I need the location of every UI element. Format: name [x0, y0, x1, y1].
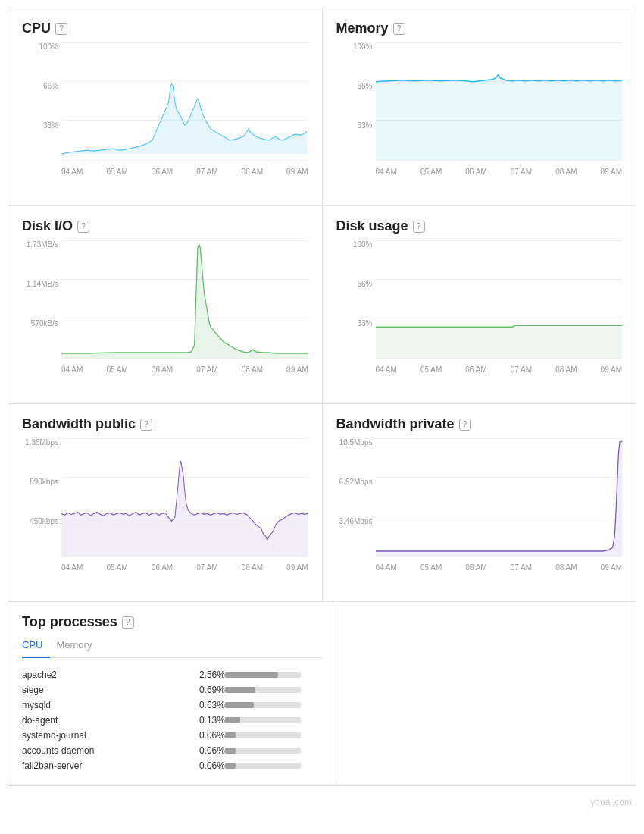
process-pct: 0.06%: [177, 728, 225, 743]
bw-private-svg: [376, 438, 623, 556]
bw-public-y-0: 1.35Mbps: [25, 438, 58, 447]
cpu-x-2: 06 AM: [152, 168, 173, 176]
bw-private-y-1: 6.92Mbps: [339, 478, 373, 486]
disk-io-title: Disk I/O: [22, 218, 73, 234]
process-bar: [225, 758, 322, 773]
bw-private-y-0: 10.5Mbps: [339, 438, 373, 447]
empty-panel: [336, 602, 636, 785]
cpu-help-icon[interactable]: ?: [55, 23, 67, 35]
bandwidth-public-panel: Bandwidth public ? 1.35Mbps 890kbps 450k…: [8, 404, 323, 601]
memory-y-2: 33%: [357, 121, 372, 130]
cpu-x-labels: 04 AM 05 AM 06 AM 07 AM 08 AM 09 AM: [61, 164, 308, 179]
cpu-chart-inner: [61, 42, 308, 161]
disk-io-y-2: 570kB/s: [31, 319, 58, 328]
bw-private-help-icon[interactable]: ?: [459, 419, 471, 431]
process-bar: [225, 743, 322, 758]
row-bandwidth: Bandwidth public ? 1.35Mbps 890kbps 450k…: [8, 403, 636, 601]
top-processes-tabs: CPU Memory: [22, 636, 322, 658]
tab-memory[interactable]: Memory: [56, 636, 99, 658]
disk-io-chart: 1.73MB/s 1.14MB/s 570kB/s: [22, 240, 308, 377]
cpu-chart: 100% 66% 33% 04 AM: [22, 42, 308, 179]
disk-usage-x-labels: 04 AM 05 AM 06 AM 07 AM 08 AM 09 AM: [376, 362, 623, 377]
process-name: accounts-daemon: [22, 743, 177, 758]
disk-usage-chart-inner: [376, 240, 623, 359]
bandwidth-private-panel: Bandwidth private ? 10.5Mbps 6.92Mbps 3.…: [323, 404, 636, 601]
process-pct: 0.69%: [177, 682, 225, 698]
cpu-y-label-1: 66%: [43, 82, 58, 90]
cpu-svg: [61, 42, 308, 160]
cpu-panel: CPU ? 100% 66% 33%: [8, 8, 323, 205]
process-name: fail2ban-server: [22, 758, 177, 773]
process-pct: 0.63%: [177, 698, 225, 713]
cpu-x-1: 05 AM: [106, 168, 127, 176]
process-pct: 0.13%: [177, 713, 225, 728]
process-table: apache2 2.56% siege 0.69%: [22, 667, 322, 773]
process-name: systemd-journal: [22, 728, 177, 743]
disk-io-y-1: 1.14MB/s: [27, 280, 58, 288]
bw-public-y-2: 450kbps: [30, 517, 58, 525]
table-row: mysqld 0.63%: [22, 698, 322, 713]
disk-usage-y-1: 66%: [357, 280, 372, 288]
bw-private-y-2: 3.46Mbps: [339, 517, 373, 525]
process-name: apache2: [22, 667, 177, 682]
cpu-x-3: 07 AM: [196, 168, 217, 176]
process-bar: [225, 728, 322, 743]
memory-svg: [376, 42, 623, 160]
table-row: siege 0.69%: [22, 682, 322, 698]
table-row: systemd-journal 0.06%: [22, 728, 322, 743]
cpu-y-label-0: 100%: [39, 42, 58, 51]
memory-chart-inner: [376, 42, 623, 161]
table-row: fail2ban-server 0.06%: [22, 758, 322, 773]
disk-usage-y-labels: 100% 66% 33%: [336, 240, 376, 359]
table-row: accounts-daemon 0.06%: [22, 743, 322, 758]
bw-public-help-icon[interactable]: ?: [140, 419, 152, 431]
disk-io-x-labels: 04 AM 05 AM 06 AM 07 AM 08 AM 09 AM: [61, 362, 308, 377]
disk-io-panel: Disk I/O ? 1.73MB/s 1.14MB/s 570kB/s: [8, 206, 323, 403]
cpu-x-4: 08 AM: [242, 168, 263, 176]
bw-public-chart: 1.35Mbps 890kbps 450kbps: [22, 438, 308, 575]
cpu-y-label-2: 33%: [43, 121, 58, 130]
bw-private-title-row: Bandwidth private ?: [336, 416, 623, 432]
process-name: siege: [22, 682, 177, 698]
bw-private-title: Bandwidth private: [336, 416, 455, 432]
cpu-y-labels: 100% 66% 33%: [22, 42, 61, 161]
memory-title-row: Memory ?: [336, 20, 623, 36]
dashboard: CPU ? 100% 66% 33%: [0, 0, 644, 794]
process-pct: 0.06%: [177, 743, 225, 758]
disk-usage-help-icon[interactable]: ?: [413, 221, 425, 233]
disk-usage-svg: [376, 240, 623, 358]
row-cpu-memory: CPU ? 100% 66% 33%: [8, 8, 636, 205]
top-processes-help-icon[interactable]: ?: [122, 616, 134, 629]
process-bar: [225, 713, 322, 728]
bw-public-title: Bandwidth public: [22, 416, 136, 432]
cpu-title: CPU: [22, 20, 51, 36]
disk-usage-title-row: Disk usage ?: [336, 218, 623, 234]
bw-private-chart-inner: [376, 438, 623, 557]
process-name: do-agent: [22, 713, 177, 728]
bw-private-chart: 10.5Mbps 6.92Mbps 3.46Mbps: [336, 438, 623, 575]
top-processes-title: Top processes: [22, 614, 117, 630]
cpu-x-5: 09 AM: [286, 168, 308, 176]
bw-public-svg: [61, 438, 308, 556]
watermark: youal.com: [0, 794, 644, 810]
disk-usage-y-2: 33%: [357, 319, 372, 328]
process-bar: [225, 667, 322, 682]
memory-y-0: 100%: [353, 42, 373, 51]
disk-usage-panel: Disk usage ? 100% 66% 33%: [323, 206, 636, 403]
memory-y-1: 66%: [357, 82, 372, 90]
disk-io-help-icon[interactable]: ?: [77, 221, 89, 233]
memory-x-labels: 04 AM 05 AM 06 AM 07 AM 08 AM 09 AM: [376, 164, 623, 179]
bw-public-y-labels: 1.35Mbps 890kbps 450kbps: [22, 438, 61, 557]
memory-help-icon[interactable]: ?: [393, 23, 405, 35]
row-disk: Disk I/O ? 1.73MB/s 1.14MB/s 570kB/s: [8, 205, 636, 403]
memory-title: Memory: [336, 20, 389, 36]
table-row: apache2 2.56%: [22, 667, 322, 682]
process-pct: 0.06%: [177, 758, 225, 773]
bw-public-title-row: Bandwidth public ?: [22, 416, 308, 432]
disk-io-title-row: Disk I/O ?: [22, 218, 308, 234]
cpu-title-row: CPU ?: [22, 20, 308, 36]
bw-private-x-labels: 04 AM 05 AM 06 AM 07 AM 08 AM 09 AM: [376, 560, 623, 575]
disk-io-y-labels: 1.73MB/s 1.14MB/s 570kB/s: [22, 240, 61, 359]
cpu-x-0: 04 AM: [61, 168, 83, 176]
tab-cpu[interactable]: CPU: [22, 636, 50, 658]
